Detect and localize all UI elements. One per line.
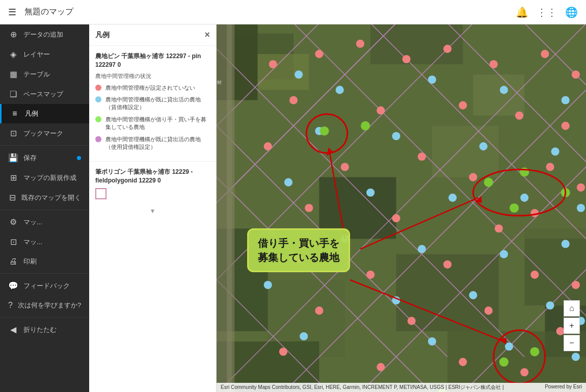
print-icon: 🖨 (8, 257, 18, 266)
legend-icon: ≡ (10, 109, 20, 118)
attribution-left: Esri Community Maps Contributors, GSI, E… (221, 384, 503, 391)
save-icon: 💾 (8, 153, 18, 163)
svg-point-87 (562, 240, 570, 248)
svg-point-34 (269, 60, 277, 68)
svg-point-67 (377, 363, 385, 371)
sidebar-item-label: マッ... (23, 238, 42, 247)
svg-rect-3 (473, 74, 524, 116)
callout-box: 借り手・買い手を 募集している農地 (247, 228, 350, 272)
sidebar-item-save[interactable]: 💾 保存 (0, 148, 89, 168)
svg-point-43 (377, 107, 385, 115)
home-button[interactable]: ⌂ (564, 300, 580, 317)
legend-dot-1 (95, 96, 101, 102)
svg-point-96 (572, 353, 580, 361)
attribution-right: Powered by Esri (545, 384, 582, 391)
sidebar-item-label: 印刷 (23, 257, 37, 266)
svg-rect-9 (432, 126, 499, 177)
zoom-out-button[interactable]: − (564, 335, 580, 351)
sidebar-item-label: マッ... (23, 218, 42, 227)
callout-line2: 募集している農地 (258, 252, 339, 263)
svg-point-91 (546, 301, 554, 309)
svg-point-55 (495, 224, 503, 232)
open-map-icon: ⊟ (8, 193, 16, 202)
sidebar-item-layer[interactable]: ◈ レイヤー (0, 44, 89, 64)
svg-point-95 (505, 343, 513, 351)
sidebar-item-map-settings[interactable]: ⚙ マッ... (0, 212, 89, 232)
map-area[interactable]: 道 借り手・買い手を 募集している農地 ⌂ + − Esri Community… (217, 24, 586, 392)
sidebar-divider-3 (0, 273, 89, 274)
legend-item-2: 農地中間管理機構が借り手・買い手を募集している農地 (95, 116, 210, 132)
header-right: 🔔 ⋮⋮ 🌐 (516, 6, 578, 18)
data-add-icon: ⊕ (8, 30, 18, 39)
sidebar-item-learn[interactable]: ? 次は何を学びますか? (0, 296, 89, 315)
svg-point-85 (418, 245, 426, 253)
sidebar-item-label: データの追加 (23, 30, 63, 39)
map-settings-icon: ⚙ (8, 217, 18, 227)
apps-grid-icon[interactable]: ⋮⋮ (537, 6, 557, 18)
sidebar-divider-2 (0, 210, 89, 210)
sidebar-item-map-share[interactable]: ⊡ マッ... (0, 232, 89, 252)
map-controls: ⌂ + − (564, 300, 580, 351)
sidebar-item-label: ブックマーク (23, 129, 63, 138)
svg-point-74 (562, 96, 570, 104)
sidebar-item-data-add[interactable]: ⊕ データの追加 (0, 24, 89, 44)
legend-layer1-section: 農地ピン 千葉県袖ヶ浦市 122297 - pin 122297 0 農地中間管… (89, 46, 216, 162)
svg-point-35 (315, 50, 323, 58)
header-title: 無題のマップ (24, 7, 73, 17)
svg-point-38 (443, 45, 451, 53)
table-icon: ▦ (8, 69, 18, 79)
map-svg-overlay: 道 (217, 24, 586, 392)
legend-close-button[interactable]: × (204, 30, 210, 40)
sidebar-item-label: 保存 (23, 153, 37, 163)
legend-item-text-2: 農地中間管理機構が借り手・買い手を募集している農地 (105, 116, 210, 132)
svg-point-76 (392, 132, 400, 140)
callout-line1: 借り手・買い手を (258, 238, 339, 249)
sidebar-item-legend[interactable]: ≡ 凡例 (0, 104, 89, 123)
globe-icon[interactable]: 🌐 (565, 6, 578, 18)
basemap-icon: ❏ (8, 89, 18, 99)
sidebar-item-open-map[interactable]: ⊟ 既存のマップを開く (0, 188, 89, 207)
svg-point-70 (295, 70, 303, 79)
sidebar-divider-4 (0, 317, 89, 318)
notification-icon[interactable]: 🔔 (516, 6, 528, 18)
sidebar-item-print[interactable]: 🖨 印刷 (0, 252, 89, 271)
zoom-in-button[interactable]: + (564, 318, 580, 334)
header: ☰ 無題のマップ 🔔 ⋮⋮ 🌐 (0, 0, 586, 24)
svg-point-81 (448, 194, 457, 202)
svg-point-93 (300, 332, 308, 341)
svg-point-50 (469, 173, 477, 181)
hamburger-icon[interactable]: ☰ (8, 7, 16, 18)
svg-point-62 (315, 306, 323, 315)
svg-point-100 (510, 203, 519, 213)
sidebar-item-basemap[interactable]: ❏ ベースマップ (0, 84, 89, 104)
svg-point-78 (551, 147, 560, 155)
legend-title: 凡例 (95, 31, 110, 40)
legend-scroll-indicator[interactable]: ▼ (89, 205, 216, 217)
sidebar-item-feedback[interactable]: 💬 フィードバック (0, 276, 89, 296)
layer-icon: ◈ (8, 49, 18, 59)
svg-point-46 (562, 122, 570, 130)
main-content: ⊕ データの追加 ◈ レイヤー ▦ テーブル ❏ ベースマップ ≡ 凡例 ⊡ ブ… (0, 24, 586, 392)
bookmark-icon: ⊡ (8, 128, 18, 138)
sidebar-item-table[interactable]: ▦ テーブル (0, 64, 89, 84)
svg-point-90 (469, 291, 477, 299)
svg-point-58 (366, 271, 375, 279)
sidebar-item-label: 凡例 (25, 109, 38, 118)
svg-point-64 (485, 306, 493, 315)
svg-point-66 (279, 348, 287, 356)
legend-dot-2 (95, 116, 101, 122)
svg-point-41 (572, 70, 580, 79)
svg-point-69 (520, 368, 528, 376)
svg-point-54 (392, 214, 400, 222)
sidebar-item-bookmark[interactable]: ⊡ ブックマーク (0, 123, 89, 143)
svg-point-105 (319, 126, 329, 136)
svg-point-44 (459, 101, 467, 110)
sidebar-item-new-map[interactable]: ⊞ マップの新規作成 (0, 168, 89, 188)
svg-point-61 (572, 281, 580, 289)
svg-point-80 (366, 189, 375, 197)
sidebar-item-collapse[interactable]: ◀ 折りたたむ (0, 320, 89, 339)
svg-point-45 (515, 112, 523, 120)
svg-point-82 (520, 194, 528, 202)
sidebar-item-label: テーブル (23, 70, 50, 79)
legend-layer2-section: 筆ポリゴン 千葉県袖ヶ浦市 12229 - fieldpolygonid 122… (89, 162, 216, 205)
